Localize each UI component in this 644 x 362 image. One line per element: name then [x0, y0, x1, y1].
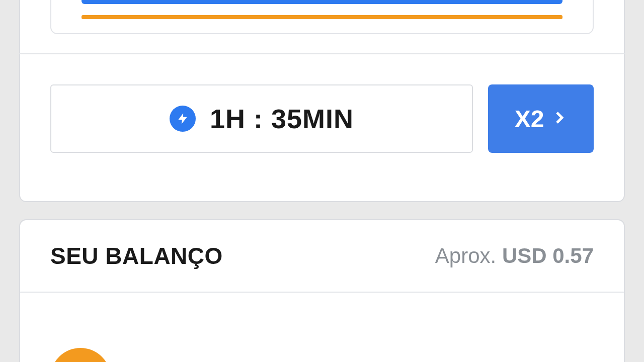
- balance-header: SEU BALANÇO Aprox. USD 0.57: [20, 220, 624, 293]
- chevron-right-icon: [552, 110, 567, 127]
- balance-approx-prefix: Aprox.: [435, 244, 496, 267]
- boost-row: 1H : 35MIN X2: [20, 54, 624, 183]
- page-root: 1H : 35MIN X2 SEU BALANÇO Aprox. USD 0.5…: [0, 0, 644, 362]
- progress-box: [50, 0, 594, 34]
- boost-multiplier-label: X2: [515, 105, 544, 133]
- balance-card: SEU BALANÇO Aprox. USD 0.57: [19, 219, 625, 362]
- boost-timer-box: 1H : 35MIN: [50, 84, 473, 153]
- boost-timer-text: 1H : 35MIN: [210, 103, 354, 134]
- bitcoin-icon: [50, 348, 111, 362]
- balance-approx-value: 0.57: [552, 244, 594, 267]
- mining-card: 1H : 35MIN X2: [19, 0, 625, 202]
- bolt-icon: [170, 106, 196, 132]
- progress-bar-blue: [82, 0, 562, 4]
- balance-approx: Aprox. USD 0.57: [435, 244, 594, 268]
- boost-multiplier-button[interactable]: X2: [488, 84, 594, 153]
- balance-approx-currency: USD: [502, 244, 547, 267]
- balance-body: [20, 293, 624, 362]
- balance-title: SEU BALANÇO: [50, 242, 223, 269]
- progress-bar-orange: [82, 15, 562, 19]
